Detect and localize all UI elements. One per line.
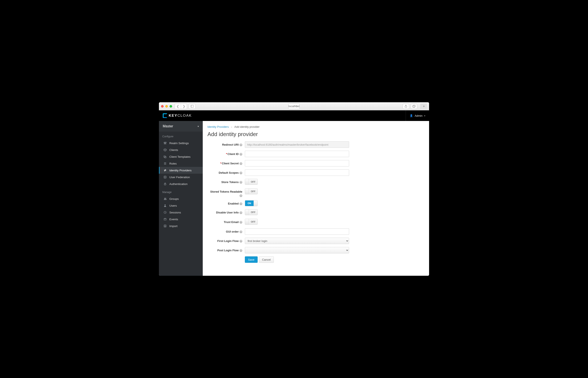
close-window-icon[interactable] — [161, 105, 164, 108]
page-title: Add identity provider — [207, 131, 424, 137]
enabled-toggle[interactable]: ON — [245, 200, 258, 206]
sidebar-item-label: Roles — [169, 162, 177, 165]
help-icon[interactable]: ? — [239, 211, 242, 214]
row-client-secret: *Client Secret? — [207, 160, 424, 166]
label-store-tokens: Store Tokens? — [207, 179, 245, 184]
user-menu[interactable]: 👤 Admin ▾ — [410, 114, 425, 117]
svg-rect-0 — [191, 105, 194, 107]
trust-email-toggle[interactable]: OFF — [245, 219, 258, 225]
svg-point-23 — [164, 176, 166, 177]
help-icon[interactable]: ? — [239, 194, 242, 197]
main-content: Identity Providers » Add identity provid… — [203, 121, 429, 276]
first-login-flow-select[interactable]: first broker login — [245, 238, 349, 244]
svg-rect-4 — [413, 106, 415, 107]
realm-selector[interactable]: Master ▾ — [159, 121, 203, 132]
label-default-scopes: Default Scopes? — [207, 169, 245, 175]
disable-user-info-toggle[interactable]: OFF — [245, 209, 258, 215]
minimize-window-icon[interactable] — [165, 105, 168, 108]
help-icon[interactable]: ? — [239, 153, 242, 156]
user-icon: 👤 — [410, 114, 413, 117]
cube-icon — [163, 148, 167, 152]
sidebar-item-roles[interactable]: Roles — [159, 160, 203, 167]
svg-point-10 — [165, 143, 166, 144]
zoom-window-icon[interactable] — [169, 105, 172, 108]
sidebar-item-realm-settings[interactable]: Realm Settings — [159, 140, 203, 147]
lock-icon — [163, 182, 167, 186]
sidebar-item-client-templates[interactable]: Client Templates — [159, 153, 203, 160]
sidebar-item-label: Events — [169, 218, 178, 221]
user-name: Admin — [415, 114, 422, 117]
back-button[interactable]: ❮ — [175, 104, 181, 109]
client-id-input[interactable] — [245, 151, 349, 157]
help-icon[interactable]: ? — [239, 249, 242, 252]
browser-titlebar: ❮ ❯ localhost ↻ + — [159, 102, 429, 110]
post-login-flow-select[interactable] — [245, 247, 349, 253]
section-configure-label: Configure — [159, 132, 203, 140]
row-store-tokens: Store Tokens? OFF — [207, 179, 424, 185]
sidebar-item-events[interactable]: Events — [159, 216, 203, 223]
sidebar-item-clients[interactable]: Clients — [159, 147, 203, 153]
sidebar-item-import[interactable]: Import — [159, 223, 203, 230]
forward-button[interactable]: ❯ — [181, 104, 187, 109]
row-trust-email: Trust Email? OFF — [207, 219, 424, 225]
gui-order-input[interactable] — [245, 228, 349, 235]
row-enabled: Enabled? ON — [207, 200, 424, 206]
list-icon — [163, 162, 167, 165]
help-icon[interactable]: ? — [239, 144, 242, 146]
sidebar-toggle-button[interactable] — [189, 104, 196, 109]
sidebar-item-sessions[interactable]: Sessions — [159, 209, 203, 216]
help-icon[interactable]: ? — [239, 181, 242, 184]
brand[interactable]: KEYCLOAK — [163, 113, 192, 118]
svg-point-25 — [164, 198, 165, 199]
help-icon[interactable]: ? — [239, 230, 242, 233]
sidebar-item-identity-providers[interactable]: Identity Providers — [159, 167, 203, 174]
sidebar-item-groups[interactable]: Groups — [159, 195, 203, 202]
keycloak-logo-icon — [163, 113, 168, 118]
stored-tokens-readable-toggle[interactable]: OFF — [245, 188, 258, 194]
cancel-button[interactable]: Cancel — [259, 256, 274, 263]
tabs-button[interactable] — [411, 104, 417, 109]
sidebar: Master ▾ Configure Realm Settings Client… — [159, 121, 203, 276]
header-divider — [406, 110, 406, 121]
sidebar-item-label: User Federation — [169, 176, 190, 179]
breadcrumb-parent-link[interactable]: Identity Providers — [207, 125, 229, 128]
sidebar-item-user-federation[interactable]: User Federation — [159, 174, 203, 180]
label-gui-order: GUI order? — [207, 228, 245, 234]
store-tokens-toggle[interactable]: OFF — [245, 179, 258, 185]
window-controls — [161, 105, 172, 108]
label-enabled: Enabled? — [207, 200, 245, 206]
app-header: KEYCLOAK 👤 Admin ▾ — [159, 110, 429, 121]
svg-point-26 — [165, 198, 166, 199]
row-first-login-flow: First Login Flow? first broker login — [207, 238, 424, 244]
group-icon — [163, 197, 167, 201]
help-icon[interactable]: ? — [239, 202, 242, 205]
help-icon[interactable]: ? — [239, 221, 242, 224]
row-gui-order: GUI order? — [207, 228, 424, 235]
svg-line-14 — [165, 149, 166, 150]
chevron-down-icon: ▾ — [198, 125, 199, 128]
sidebar-item-authentication[interactable]: Authentication — [159, 180, 203, 187]
exchange-icon — [163, 169, 167, 172]
sidebar-item-users[interactable]: Users — [159, 202, 203, 209]
section-manage-label: Manage — [159, 187, 203, 195]
row-client-id: *Client ID? — [207, 151, 424, 157]
label-stored-tokens-readable: Stored Tokens Readable? — [207, 188, 245, 197]
new-tab-button[interactable]: + — [420, 104, 427, 109]
save-button[interactable]: Save — [245, 256, 258, 263]
help-icon[interactable]: ? — [239, 172, 242, 174]
help-icon[interactable]: ? — [239, 162, 242, 165]
sidebar-item-label: Client Templates — [169, 155, 191, 158]
help-icon[interactable]: ? — [239, 240, 242, 243]
sidebar-item-label: Sessions — [169, 211, 181, 214]
reload-icon[interactable]: ↻ — [295, 105, 298, 108]
label-disable-user-info: Disable User Info? — [207, 209, 245, 215]
client-secret-input[interactable] — [245, 160, 349, 166]
sidebar-item-label: Clients — [169, 148, 178, 152]
share-button[interactable] — [403, 104, 409, 109]
default-scopes-input[interactable] — [245, 169, 349, 176]
database-icon — [163, 176, 167, 179]
url-bar[interactable]: localhost ↻ — [288, 104, 300, 109]
label-redirect-uri: Redirect URI? — [207, 141, 245, 147]
label-client-id: *Client ID? — [207, 151, 245, 156]
redirect-uri-input — [245, 141, 349, 148]
